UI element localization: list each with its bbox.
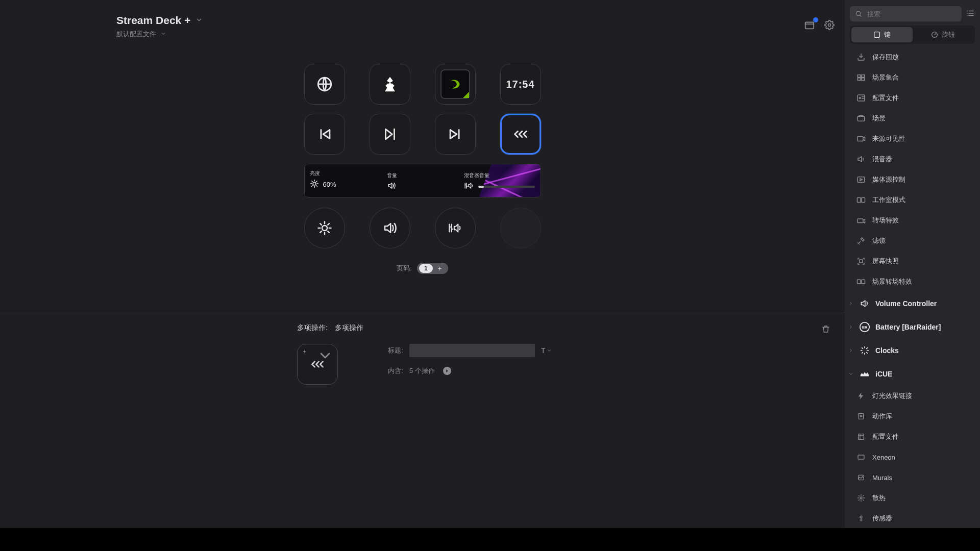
subitem-label: 灯光效果链接 — [872, 391, 912, 400]
sidebar-listview-icon[interactable] — [966, 9, 975, 19]
key-prev-track[interactable] — [304, 114, 345, 155]
sidebar-subitem[interactable]: 配置文件 — [845, 427, 980, 447]
sidebar-item-icon — [856, 114, 866, 123]
category-label: iCUE — [875, 370, 892, 378]
tab-dials[interactable]: 旋钮 — [913, 27, 974, 42]
dial-mixer[interactable] — [435, 208, 476, 248]
category-label: Volume Controller — [875, 299, 937, 308]
store-icon[interactable] — [804, 19, 815, 32]
category-label: Clocks — [875, 346, 899, 355]
title-style-button[interactable]: T — [541, 346, 552, 355]
title-input[interactable] — [409, 344, 535, 357]
key-foobar[interactable] — [370, 64, 410, 105]
sidebar-item[interactable]: 配置文件 — [845, 88, 980, 108]
delete-action-icon[interactable] — [821, 324, 830, 335]
sidebar-item-label: 配置文件 — [872, 93, 899, 103]
sidebar-item-icon — [856, 216, 866, 225]
svg-rect-11 — [862, 75, 865, 78]
sidebar-item[interactable]: 混音器 — [845, 149, 980, 169]
key-canvas: 17:54 亮度 — [0, 48, 845, 314]
sidebar-item[interactable]: 屏幕快照 — [845, 251, 980, 271]
svg-rect-27 — [862, 280, 865, 284]
subitem-label: 配置文件 — [872, 432, 899, 441]
profile-dropdown-icon[interactable] — [160, 31, 166, 38]
svg-point-6 — [322, 226, 327, 231]
svg-point-24 — [859, 244, 860, 245]
sidebar-item[interactable]: 场景 — [845, 108, 980, 129]
dial-brightness[interactable] — [304, 208, 345, 248]
key-clock[interactable]: 17:54 — [500, 64, 541, 105]
key-next-track[interactable] — [435, 114, 476, 155]
key-globe[interactable] — [304, 64, 345, 105]
sidebar-item[interactable]: 滤镜 — [845, 231, 980, 251]
key-multi-action[interactable] — [500, 114, 541, 155]
profile-name: 默认配置文件 — [116, 30, 156, 39]
svg-point-5 — [313, 182, 316, 185]
sidebar-subitem[interactable]: 传感器 — [845, 508, 980, 529]
chevron-icon — [848, 324, 854, 330]
sidebar-item[interactable]: 保存回放 — [845, 47, 980, 67]
sidebar-subitem[interactable]: 灯光效果链接 — [845, 386, 980, 406]
svg-rect-13 — [862, 78, 865, 81]
sidebar-item[interactable]: 工作室模式 — [845, 190, 980, 210]
tb-volume-label: 音量 — [387, 172, 458, 179]
sidebar-item-label: 滤镜 — [872, 236, 886, 245]
search-input[interactable] — [866, 10, 957, 18]
sidebar-item-icon — [856, 93, 866, 103]
key-nvidia[interactable] — [435, 64, 476, 105]
svg-point-3 — [387, 82, 389, 83]
sidebar-item-icon — [856, 155, 866, 164]
sidebar-category[interactable]: Volume Controller — [845, 292, 980, 315]
sidebar-item-label: 混音器 — [872, 155, 892, 164]
subitem-icon — [856, 453, 866, 461]
tb-mixer-track[interactable] — [478, 186, 535, 188]
category-label: Battery [BarRaider] — [875, 323, 941, 331]
properties-panel: 多项操作: 多项操作 + 标题: T — [0, 314, 845, 551]
svg-rect-21 — [857, 219, 863, 223]
subitem-icon — [856, 473, 866, 482]
sidebar-subitem[interactable]: Xeneon — [845, 447, 980, 467]
chevron-icon — [848, 348, 854, 353]
svg-point-4 — [390, 82, 392, 83]
sidebar-subitem[interactable]: Murals — [845, 467, 980, 488]
key-play-pause[interactable] — [370, 114, 410, 155]
sidebar-category[interactable]: iCUE — [845, 362, 980, 386]
svg-point-34 — [860, 497, 862, 499]
sidebar-item[interactable]: 场景集合 — [845, 67, 980, 88]
sidebar-item-icon — [856, 236, 866, 245]
sidebar-item-icon — [856, 175, 866, 184]
sidebar-item[interactable]: 转场特效 — [845, 210, 980, 231]
sidebar-search[interactable] — [850, 6, 962, 21]
svg-rect-32 — [858, 455, 864, 459]
pager-current[interactable]: 1 — [419, 264, 433, 273]
svg-rect-19 — [857, 198, 861, 203]
settings-icon[interactable] — [824, 20, 835, 32]
svg-rect-17 — [857, 137, 863, 141]
device-dropdown-icon[interactable] — [195, 16, 203, 25]
subitem-label: 散热 — [872, 493, 886, 503]
thumb-menu-icon[interactable] — [317, 347, 333, 365]
sidebar-subitem[interactable]: 动作库 — [845, 406, 980, 427]
thumb-add-icon[interactable]: + — [303, 347, 307, 355]
sidebar-item[interactable]: 来源可见性 — [845, 129, 980, 149]
sidebar-item[interactable]: 媒体源控制 — [845, 169, 980, 190]
svg-rect-18 — [857, 177, 865, 183]
action-thumbnail[interactable]: + — [297, 344, 338, 385]
svg-point-23 — [857, 242, 859, 243]
clock-text: 17:54 — [506, 79, 534, 90]
sidebar-category[interactable]: Clocks — [845, 339, 980, 362]
sidebar-item-label: 场景转场特效 — [872, 277, 912, 286]
sidebar-tabs: 键 旋钮 — [850, 26, 975, 44]
touch-bar[interactable]: 亮度 60% 音量 — [304, 164, 541, 197]
pager-add-button[interactable]: + — [434, 264, 446, 273]
svg-rect-16 — [857, 116, 865, 121]
dial-volume[interactable] — [370, 208, 410, 248]
pager: 页码: 1 + — [304, 263, 541, 274]
sidebar-item-label: 场景 — [872, 114, 886, 123]
sidebar-category[interactable]: BRBattery [BarRaider] — [845, 315, 980, 339]
open-multi-action-icon[interactable] — [443, 367, 451, 375]
sidebar-item[interactable]: 场景转场特效 — [845, 271, 980, 292]
sidebar-subitem[interactable]: 散热 — [845, 488, 980, 508]
tab-keys[interactable]: 键 — [851, 27, 913, 42]
dial-empty[interactable] — [500, 208, 541, 248]
